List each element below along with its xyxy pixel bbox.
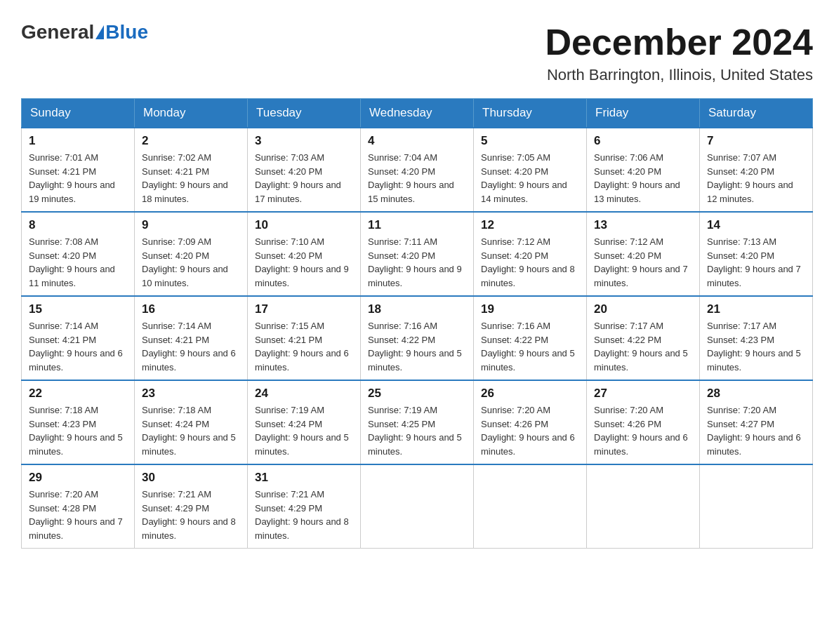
calendar-cell: 16Sunrise: 7:14 AMSunset: 4:21 PMDayligh… bbox=[135, 296, 248, 380]
calendar-cell: 13Sunrise: 7:12 AMSunset: 4:20 PMDayligh… bbox=[587, 212, 700, 296]
header-saturday: Saturday bbox=[700, 99, 813, 128]
day-info: Sunrise: 7:20 AMSunset: 4:26 PMDaylight:… bbox=[594, 403, 692, 458]
day-number: 24 bbox=[255, 387, 353, 401]
day-info: Sunrise: 7:12 AMSunset: 4:20 PMDaylight:… bbox=[594, 235, 692, 290]
day-info: Sunrise: 7:02 AMSunset: 4:21 PMDaylight:… bbox=[142, 151, 240, 206]
day-info: Sunrise: 7:06 AMSunset: 4:20 PMDaylight:… bbox=[594, 151, 692, 206]
day-info: Sunrise: 7:01 AMSunset: 4:21 PMDaylight:… bbox=[29, 151, 127, 206]
day-info: Sunrise: 7:14 AMSunset: 4:21 PMDaylight:… bbox=[142, 319, 240, 374]
day-number: 3 bbox=[255, 134, 353, 148]
day-info: Sunrise: 7:11 AMSunset: 4:20 PMDaylight:… bbox=[368, 235, 466, 290]
calendar-cell: 7Sunrise: 7:07 AMSunset: 4:20 PMDaylight… bbox=[700, 128, 813, 212]
day-number: 11 bbox=[368, 218, 466, 232]
day-info: Sunrise: 7:16 AMSunset: 4:22 PMDaylight:… bbox=[481, 319, 579, 374]
day-number: 7 bbox=[707, 134, 805, 148]
day-info: Sunrise: 7:18 AMSunset: 4:24 PMDaylight:… bbox=[142, 403, 240, 458]
header-thursday: Thursday bbox=[474, 99, 587, 128]
calendar-cell: 26Sunrise: 7:20 AMSunset: 4:26 PMDayligh… bbox=[474, 380, 587, 464]
calendar-week-row: 8Sunrise: 7:08 AMSunset: 4:20 PMDaylight… bbox=[22, 212, 813, 296]
calendar-cell: 17Sunrise: 7:15 AMSunset: 4:21 PMDayligh… bbox=[248, 296, 361, 380]
day-number: 16 bbox=[142, 302, 240, 316]
day-number: 21 bbox=[707, 302, 805, 316]
calendar-cell: 23Sunrise: 7:18 AMSunset: 4:24 PMDayligh… bbox=[135, 380, 248, 464]
day-info: Sunrise: 7:19 AMSunset: 4:24 PMDaylight:… bbox=[255, 403, 353, 458]
calendar-cell: 6Sunrise: 7:06 AMSunset: 4:20 PMDaylight… bbox=[587, 128, 700, 212]
day-number: 6 bbox=[594, 134, 692, 148]
day-number: 1 bbox=[29, 134, 127, 148]
calendar-cell: 27Sunrise: 7:20 AMSunset: 4:26 PMDayligh… bbox=[587, 380, 700, 464]
day-info: Sunrise: 7:15 AMSunset: 4:21 PMDaylight:… bbox=[255, 319, 353, 374]
calendar-cell: 28Sunrise: 7:20 AMSunset: 4:27 PMDayligh… bbox=[700, 380, 813, 464]
calendar-cell: 15Sunrise: 7:14 AMSunset: 4:21 PMDayligh… bbox=[22, 296, 135, 380]
day-info: Sunrise: 7:03 AMSunset: 4:20 PMDaylight:… bbox=[255, 151, 353, 206]
day-info: Sunrise: 7:21 AMSunset: 4:29 PMDaylight:… bbox=[142, 488, 240, 542]
day-info: Sunrise: 7:20 AMSunset: 4:27 PMDaylight:… bbox=[707, 403, 805, 458]
day-info: Sunrise: 7:10 AMSunset: 4:20 PMDaylight:… bbox=[255, 235, 353, 290]
location-subtitle: North Barrington, Illinois, United State… bbox=[545, 66, 813, 84]
calendar-cell bbox=[474, 464, 587, 549]
day-number: 28 bbox=[707, 387, 805, 401]
day-number: 15 bbox=[29, 302, 127, 316]
day-info: Sunrise: 7:05 AMSunset: 4:20 PMDaylight:… bbox=[481, 151, 579, 206]
logo-general-text: General bbox=[21, 21, 94, 43]
calendar-cell: 24Sunrise: 7:19 AMSunset: 4:24 PMDayligh… bbox=[248, 380, 361, 464]
calendar-cell: 31Sunrise: 7:21 AMSunset: 4:29 PMDayligh… bbox=[248, 464, 361, 549]
header-sunday: Sunday bbox=[22, 99, 135, 128]
calendar-cell: 8Sunrise: 7:08 AMSunset: 4:20 PMDaylight… bbox=[22, 212, 135, 296]
header-wednesday: Wednesday bbox=[361, 99, 474, 128]
month-title: December 2024 bbox=[545, 21, 813, 63]
day-number: 13 bbox=[594, 218, 692, 232]
logo-area: General Blue bbox=[21, 21, 148, 43]
calendar-week-row: 22Sunrise: 7:18 AMSunset: 4:23 PMDayligh… bbox=[22, 380, 813, 464]
day-info: Sunrise: 7:07 AMSunset: 4:20 PMDaylight:… bbox=[707, 151, 805, 206]
logo-triangle-icon bbox=[95, 25, 104, 39]
calendar-cell: 12Sunrise: 7:12 AMSunset: 4:20 PMDayligh… bbox=[474, 212, 587, 296]
day-number: 18 bbox=[368, 302, 466, 316]
day-info: Sunrise: 7:04 AMSunset: 4:20 PMDaylight:… bbox=[368, 151, 466, 206]
day-number: 23 bbox=[142, 387, 240, 401]
calendar-cell: 20Sunrise: 7:17 AMSunset: 4:22 PMDayligh… bbox=[587, 296, 700, 380]
day-number: 20 bbox=[594, 302, 692, 316]
calendar-cell: 2Sunrise: 7:02 AMSunset: 4:21 PMDaylight… bbox=[135, 128, 248, 212]
calendar-cell bbox=[587, 464, 700, 549]
day-info: Sunrise: 7:14 AMSunset: 4:21 PMDaylight:… bbox=[29, 319, 127, 374]
day-number: 22 bbox=[29, 387, 127, 401]
calendar-cell: 22Sunrise: 7:18 AMSunset: 4:23 PMDayligh… bbox=[22, 380, 135, 464]
day-info: Sunrise: 7:09 AMSunset: 4:20 PMDaylight:… bbox=[142, 235, 240, 290]
day-number: 30 bbox=[142, 471, 240, 485]
day-info: Sunrise: 7:16 AMSunset: 4:22 PMDaylight:… bbox=[368, 319, 466, 374]
calendar-cell: 21Sunrise: 7:17 AMSunset: 4:23 PMDayligh… bbox=[700, 296, 813, 380]
day-number: 8 bbox=[29, 218, 127, 232]
day-number: 2 bbox=[142, 134, 240, 148]
calendar-cell: 4Sunrise: 7:04 AMSunset: 4:20 PMDaylight… bbox=[361, 128, 474, 212]
day-info: Sunrise: 7:20 AMSunset: 4:26 PMDaylight:… bbox=[481, 403, 579, 458]
header-monday: Monday bbox=[135, 99, 248, 128]
day-info: Sunrise: 7:13 AMSunset: 4:20 PMDaylight:… bbox=[707, 235, 805, 290]
calendar-week-row: 29Sunrise: 7:20 AMSunset: 4:28 PMDayligh… bbox=[22, 464, 813, 549]
day-number: 10 bbox=[255, 218, 353, 232]
title-area: December 2024 North Barrington, Illinois… bbox=[545, 21, 813, 84]
day-number: 5 bbox=[481, 134, 579, 148]
day-number: 25 bbox=[368, 387, 466, 401]
calendar-cell: 19Sunrise: 7:16 AMSunset: 4:22 PMDayligh… bbox=[474, 296, 587, 380]
day-info: Sunrise: 7:21 AMSunset: 4:29 PMDaylight:… bbox=[255, 488, 353, 542]
day-number: 4 bbox=[368, 134, 466, 148]
day-number: 12 bbox=[481, 218, 579, 232]
calendar-cell: 10Sunrise: 7:10 AMSunset: 4:20 PMDayligh… bbox=[248, 212, 361, 296]
day-number: 26 bbox=[481, 387, 579, 401]
day-number: 17 bbox=[255, 302, 353, 316]
logo: General Blue bbox=[21, 21, 148, 43]
calendar-cell: 30Sunrise: 7:21 AMSunset: 4:29 PMDayligh… bbox=[135, 464, 248, 549]
day-number: 27 bbox=[594, 387, 692, 401]
logo-blue-text: Blue bbox=[105, 21, 148, 43]
day-info: Sunrise: 7:20 AMSunset: 4:28 PMDaylight:… bbox=[29, 488, 127, 542]
calendar-cell: 1Sunrise: 7:01 AMSunset: 4:21 PMDaylight… bbox=[22, 128, 135, 212]
day-info: Sunrise: 7:19 AMSunset: 4:25 PMDaylight:… bbox=[368, 403, 466, 458]
day-info: Sunrise: 7:17 AMSunset: 4:23 PMDaylight:… bbox=[707, 319, 805, 374]
header-tuesday: Tuesday bbox=[248, 99, 361, 128]
calendar-week-row: 15Sunrise: 7:14 AMSunset: 4:21 PMDayligh… bbox=[22, 296, 813, 380]
calendar-cell: 11Sunrise: 7:11 AMSunset: 4:20 PMDayligh… bbox=[361, 212, 474, 296]
calendar-cell: 14Sunrise: 7:13 AMSunset: 4:20 PMDayligh… bbox=[700, 212, 813, 296]
calendar-cell: 18Sunrise: 7:16 AMSunset: 4:22 PMDayligh… bbox=[361, 296, 474, 380]
day-info: Sunrise: 7:18 AMSunset: 4:23 PMDaylight:… bbox=[29, 403, 127, 458]
